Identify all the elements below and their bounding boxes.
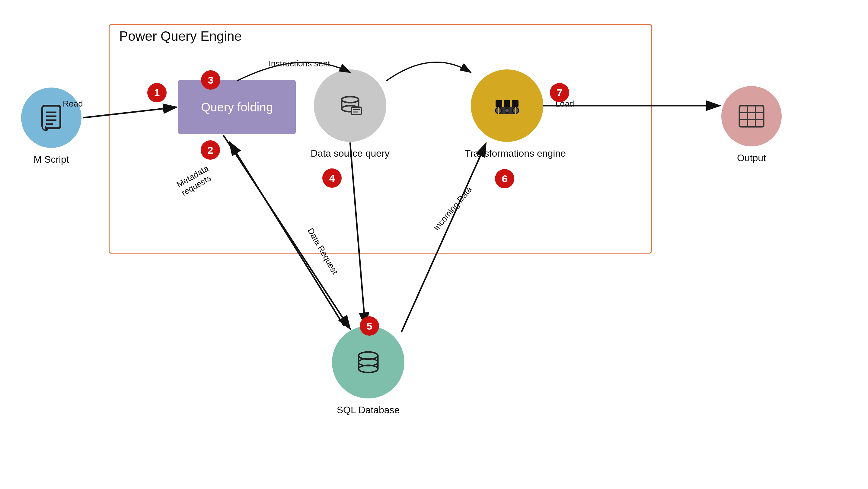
svg-rect-10 (351, 107, 361, 115)
output-label: Output (718, 152, 785, 163)
transformations-engine-circle (471, 69, 543, 142)
svg-point-5 (342, 97, 359, 103)
data-source-query-circle (314, 69, 386, 142)
m-script-circle (21, 88, 82, 148)
badge-7: 7 (550, 83, 569, 102)
output-icon (736, 101, 767, 131)
badge-6: 6 (495, 169, 514, 188)
sql-database-label: SQL Database (326, 404, 410, 416)
data-source-query-icon (335, 91, 365, 121)
badge-1: 1 (147, 83, 166, 102)
instructions-sent-label: Instructions sent (269, 59, 330, 68)
svg-point-16 (505, 109, 509, 113)
data-source-query-label: Data source query (308, 148, 392, 159)
m-script-label: M Script (21, 154, 82, 165)
m-script-icon (36, 103, 66, 133)
transformations-engine-icon (492, 91, 522, 121)
query-folding-box: Query folding (178, 80, 296, 134)
badge-2: 2 (201, 140, 220, 160)
svg-rect-17 (496, 100, 502, 107)
read-arrow-label: Read (63, 99, 83, 109)
badge-3: 3 (201, 70, 220, 90)
badge-5: 5 (360, 316, 379, 336)
svg-rect-22 (739, 105, 764, 127)
diagram-container: Power Query Engine M Script Query foldin… (0, 0, 868, 489)
transformations-engine-label: Transformations engine (465, 148, 549, 159)
query-folding-label: Query folding (201, 100, 273, 114)
svg-rect-18 (504, 100, 510, 107)
sql-database-circle (332, 326, 404, 398)
output-circle (721, 86, 782, 146)
sql-database-icon (353, 347, 383, 377)
svg-rect-19 (512, 100, 519, 107)
pqe-title: Power Query Engine (119, 29, 242, 44)
badge-4: 4 (322, 169, 342, 188)
pqe-box (108, 24, 652, 253)
